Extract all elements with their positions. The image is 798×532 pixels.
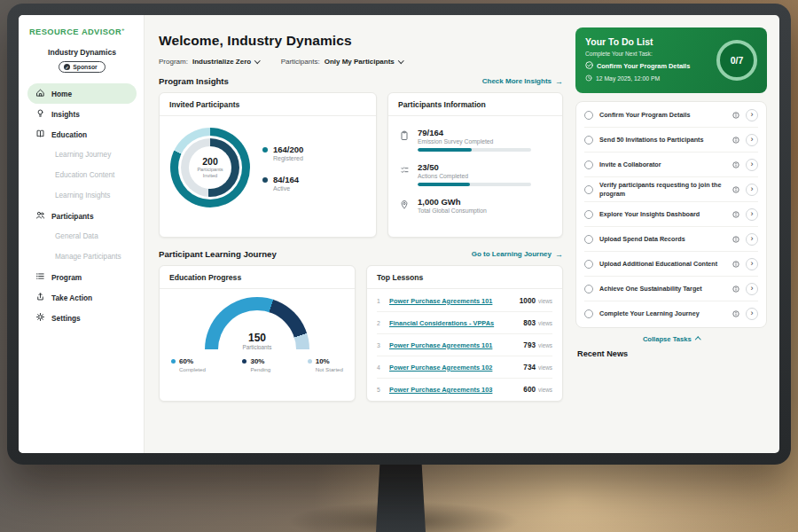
check-circle-icon bbox=[585, 61, 593, 71]
chevron-right-icon[interactable] bbox=[746, 258, 758, 270]
task-row-invite-collaborator[interactable]: Invite a Collaborator bbox=[584, 153, 758, 177]
task-checkbox[interactable] bbox=[584, 309, 593, 318]
lesson-link[interactable]: Power Purchase Agreements 103 bbox=[389, 386, 516, 394]
chevron-right-icon[interactable] bbox=[746, 233, 758, 246]
sidebar-nav: Home Insights Education Learning Journey… bbox=[27, 83, 137, 328]
info-icon bbox=[732, 261, 739, 268]
sidebar-item-participants[interactable]: Participants bbox=[27, 206, 137, 226]
task-row-achieve-sustainability-target[interactable]: Achieve One Sustainability Target bbox=[584, 277, 758, 301]
sidebar-item-education-content[interactable]: Education Content bbox=[27, 165, 137, 185]
participants-dropdown[interactable]: Participants: Only My Participants bbox=[281, 58, 403, 66]
task-row-upload-spend-data[interactable]: Upload Spend Data Records bbox=[584, 227, 758, 252]
sidebar-item-learning-insights[interactable]: Learning Insights bbox=[27, 185, 137, 206]
chevron-right-icon[interactable] bbox=[746, 283, 758, 295]
go-to-learning-journey-link[interactable]: Go to Learning Journey bbox=[472, 250, 563, 259]
task-checkbox[interactable] bbox=[584, 285, 593, 293]
invited-participants-donut-chart: 200 Participants Invited bbox=[170, 128, 250, 207]
lesson-link[interactable]: Power Purchase Agreements 101 bbox=[389, 297, 512, 305]
sidebar-item-label: Program bbox=[51, 273, 82, 282]
collapse-tasks-link[interactable]: Collapse Tasks bbox=[575, 335, 767, 343]
check-more-insights-link[interactable]: Check More Insights bbox=[482, 77, 563, 86]
legend-dot bbox=[308, 359, 312, 364]
arrow-right-icon bbox=[555, 77, 563, 86]
card-title: Participants Information bbox=[388, 93, 562, 116]
info-icon bbox=[732, 211, 739, 218]
program-dropdown[interactable]: Program: Industrialize Zero bbox=[159, 58, 260, 66]
lesson-row: 4 Power Purchase Agreements 102 734views bbox=[377, 356, 552, 379]
lightbulb-icon bbox=[35, 108, 45, 120]
task-row-confirm-program[interactable]: Confirm Your Program Details bbox=[584, 103, 758, 128]
sponsor-icon bbox=[64, 64, 70, 70]
lesson-link[interactable]: Power Purchase Agreements 102 bbox=[389, 364, 516, 372]
legend-dot bbox=[262, 177, 268, 183]
donut-center-label: Participants Invited bbox=[192, 167, 229, 179]
chevron-right-icon[interactable] bbox=[746, 308, 758, 320]
info-icon bbox=[732, 137, 739, 144]
sidebar-item-learning-journey[interactable]: Learning Journey bbox=[27, 145, 137, 165]
task-label: Upload Additional Educational Content bbox=[599, 260, 726, 268]
chevron-right-icon[interactable] bbox=[746, 134, 758, 146]
sidebar-item-home[interactable]: Home bbox=[27, 83, 137, 104]
task-row-upload-educational-content[interactable]: Upload Additional Educational Content bbox=[584, 252, 758, 277]
stat-label: Emission Survey Completed bbox=[418, 138, 531, 145]
sidebar-item-insights[interactable]: Insights bbox=[27, 104, 137, 124]
sidebar-item-program[interactable]: Program bbox=[27, 267, 137, 287]
views-label: views bbox=[538, 387, 552, 393]
program-label: Program: bbox=[159, 58, 188, 66]
chevron-down-icon bbox=[254, 58, 260, 63]
task-row-explore-insights[interactable]: Explore Your Insights Dashboard bbox=[584, 202, 758, 227]
invited-participants-card: Invited Participants 200 Participants In… bbox=[159, 92, 377, 238]
resource-advisor-logo: RESOURCE ADVISOR+ bbox=[27, 27, 137, 36]
emission-progress-bar bbox=[418, 148, 531, 152]
logo-text-bold: ADVISOR bbox=[82, 27, 121, 36]
sponsor-badge[interactable]: Sponsor bbox=[59, 61, 106, 73]
task-checkbox[interactable] bbox=[584, 235, 593, 244]
clock-icon bbox=[585, 74, 592, 82]
lesson-link[interactable]: Financial Considerations - VPPAs bbox=[389, 319, 516, 327]
sidebar-item-take-action[interactable]: Take Action bbox=[27, 287, 137, 308]
task-checkbox[interactable] bbox=[584, 160, 593, 169]
lesson-link[interactable]: Power Purchase Agreements 101 bbox=[389, 341, 516, 349]
task-checkbox[interactable] bbox=[584, 260, 593, 269]
legend-label: Completed bbox=[179, 366, 206, 372]
link-label: Go to Learning Journey bbox=[472, 250, 552, 258]
chevron-right-icon[interactable] bbox=[746, 159, 758, 171]
participants-label: Participants: bbox=[281, 58, 320, 66]
arrow-up-icon bbox=[35, 292, 45, 303]
task-row-complete-learning-journey[interactable]: Complete Your Learning Journey bbox=[584, 301, 758, 326]
todo-subtitle: Complete Your Next Task: bbox=[585, 51, 690, 57]
chevron-down-icon bbox=[398, 58, 403, 63]
views-count: 734 bbox=[523, 364, 536, 372]
views-label: views bbox=[538, 342, 552, 348]
sidebar-item-education[interactable]: Education bbox=[27, 124, 137, 145]
sidebar-item-general-data[interactable]: General Data bbox=[27, 226, 137, 246]
link-label: Check More Insights bbox=[482, 77, 552, 85]
info-icon bbox=[732, 236, 739, 243]
chevron-right-icon[interactable] bbox=[746, 109, 758, 121]
task-checkbox[interactable] bbox=[584, 111, 593, 120]
legend-not-started: 10% Not Started bbox=[308, 357, 343, 372]
sidebar-item-label: General Data bbox=[55, 232, 98, 240]
collapse-label: Collapse Tasks bbox=[643, 335, 692, 343]
task-row-send-invitations[interactable]: Send 50 Invitations to Participants bbox=[584, 128, 758, 153]
gauge-center-label: Participants bbox=[205, 344, 309, 349]
sidebar-item-label: Education Content bbox=[55, 171, 114, 179]
legend-value: 164/200 bbox=[273, 145, 303, 154]
lesson-rank: 1 bbox=[377, 298, 382, 304]
chevron-right-icon[interactable] bbox=[746, 184, 758, 196]
task-row-verify-participants[interactable]: Verify participants requesting to join t… bbox=[584, 177, 758, 202]
task-checkbox[interactable] bbox=[584, 210, 593, 219]
sidebar-item-settings[interactable]: Settings bbox=[27, 308, 137, 328]
card-title: Top Lessons bbox=[367, 266, 562, 289]
sidebar-item-manage-participants[interactable]: Manage Participants bbox=[27, 246, 137, 267]
task-checkbox[interactable] bbox=[584, 136, 593, 145]
task-checkbox[interactable] bbox=[584, 185, 593, 194]
info-icon bbox=[732, 161, 739, 168]
todo-panel: Your To Do List Complete Your Next Task:… bbox=[574, 15, 779, 453]
gauge-center-value: 150 bbox=[205, 332, 309, 344]
chevron-right-icon[interactable] bbox=[746, 208, 758, 221]
education-progress-card: Education Progress 150 Participants bbox=[159, 265, 356, 402]
people-icon bbox=[35, 210, 45, 222]
clipboard-icon bbox=[399, 129, 410, 152]
legend-completed: 60% Completed bbox=[171, 357, 206, 372]
